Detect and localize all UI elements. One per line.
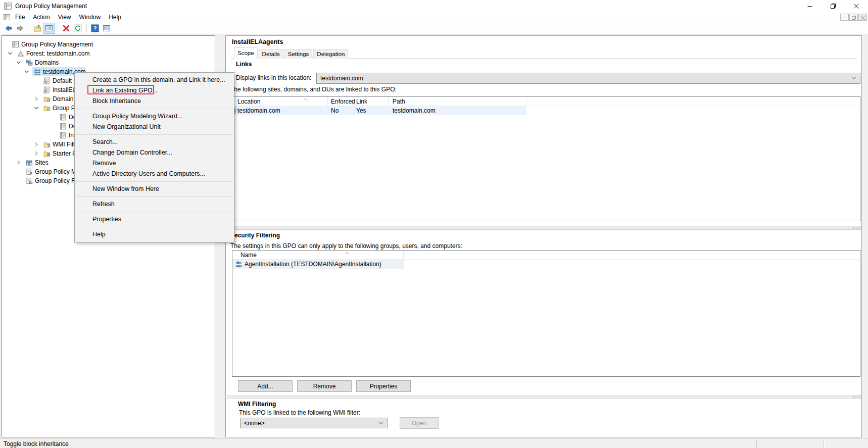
security-filtering-list: Name AgentInstallation (TESTDOMAIN\Agent… (232, 250, 860, 377)
tab-scope[interactable]: Scope (234, 47, 258, 59)
chevron-collapsed-icon[interactable] (34, 96, 39, 102)
menu-separator (75, 227, 233, 227)
domains-icon (26, 59, 33, 66)
tree-item[interactable]: Group Policy Management (2, 40, 215, 49)
cell-text: Yes (356, 107, 366, 114)
links-caption: The following sites, domains, and OUs ar… (230, 86, 397, 93)
chevron-down-icon (378, 422, 383, 425)
menu-separator (75, 181, 233, 182)
menubar-item-file[interactable]: File (11, 12, 29, 22)
restore-icon (831, 4, 836, 9)
context-menu-item[interactable]: Refresh (75, 199, 234, 210)
security-remove-button[interactable]: Remove (297, 380, 352, 392)
context-menu-item[interactable]: Link an Existing GPO... (75, 85, 234, 96)
context-menu-item[interactable]: Create a GPO in this domain, and Link it… (75, 75, 234, 85)
context-menu-item[interactable]: Properties (75, 214, 234, 225)
location-dropdown[interactable]: testdomain.com (316, 73, 860, 84)
links-heading: Links (236, 61, 252, 68)
forward-icon (16, 24, 24, 32)
gpo-folder-icon (43, 105, 51, 112)
table-row[interactable]: AgentInstallation (TESTDOMAIN\AgentInsta… (232, 260, 404, 269)
chevron-collapsed-icon[interactable] (34, 151, 39, 156)
chevron-expanded-icon[interactable] (24, 69, 29, 74)
back-icon (5, 24, 13, 32)
context-menu-item[interactable]: Help (75, 229, 234, 240)
toolbar-separator (29, 24, 29, 32)
security-add-button[interactable]: Add... (238, 380, 293, 392)
back-button[interactable] (3, 23, 14, 34)
context-menu-item[interactable]: Active Directory Users and Computers... (75, 169, 234, 179)
wmi-filter-dropdown[interactable]: <none> (240, 418, 388, 428)
context-menu-item[interactable]: New Window from Here (75, 184, 234, 194)
help-icon: ? (91, 24, 99, 32)
context-menu-item[interactable]: Remove (75, 158, 234, 169)
sort-ascending-icon (303, 98, 308, 101)
tab-delegation[interactable]: Delegation (313, 49, 348, 59)
child-close-icon (861, 16, 865, 20)
close-button[interactable] (845, 0, 868, 12)
chevron-expanded-icon[interactable] (34, 106, 39, 111)
wmi-open-button[interactable]: Open (400, 417, 439, 429)
console-tree-button[interactable] (43, 23, 55, 34)
child-close-button[interactable] (858, 14, 867, 21)
menu-separator (75, 196, 233, 197)
child-minimize-button[interactable] (840, 14, 849, 21)
tree-item[interactable]: Forest: testdomain.com (2, 49, 215, 58)
modeling-icon (26, 168, 33, 175)
security-properties-button[interactable]: Properties (356, 380, 411, 392)
links-security-splitter[interactable] (227, 226, 861, 230)
chevron-collapsed-icon[interactable] (34, 142, 39, 147)
export-icon (33, 24, 41, 32)
delete-button[interactable] (61, 23, 72, 34)
column-header-link-enabled[interactable]: Link Enabled (353, 97, 389, 106)
refresh-button[interactable] (72, 23, 83, 34)
toolbar-separator (86, 24, 87, 32)
help-button[interactable]: ? (89, 23, 101, 34)
annotation-highlight (87, 85, 154, 94)
menu-bar-items: FileActionViewWindowHelp (11, 12, 125, 22)
app-icon (4, 2, 12, 10)
column-header-path[interactable]: Path (389, 97, 526, 106)
table-row[interactable]: testdomain.comNoYestestdomain.com (232, 106, 526, 115)
child-restore-button[interactable] (849, 14, 858, 21)
gpo-link-icon (43, 86, 51, 93)
context-menu-item[interactable]: Block Inheritance (75, 96, 234, 107)
details-pane: InstallELAagents ScopeDetailsSettingsDel… (225, 35, 862, 437)
wmi-filter-value: <none> (244, 420, 265, 427)
security-list-header: Name (232, 251, 860, 260)
tab-details[interactable]: Details (259, 49, 283, 59)
chevron-collapsed-icon[interactable] (16, 160, 21, 165)
column-header-name[interactable]: Name (232, 251, 404, 259)
status-bar: Toggle block inheritance (0, 438, 868, 448)
gpo-icon (60, 123, 67, 130)
cell: No (328, 106, 353, 115)
tree-item-label: Forest: testdomain.com (26, 49, 89, 58)
context-menu-item[interactable]: Search... (75, 137, 234, 147)
restore-button[interactable] (822, 0, 845, 12)
tree-item[interactable]: Domains (2, 58, 215, 67)
context-menu-item[interactable]: Change Domain Controller... (75, 147, 234, 158)
action-pane-button[interactable] (101, 23, 112, 34)
menubar-item-view[interactable]: View (54, 12, 75, 22)
minimize-button[interactable] (798, 0, 822, 12)
tree-item-label: Sites (35, 158, 49, 167)
column-header-enforced[interactable]: Enforced (328, 97, 353, 106)
domain-icon (34, 68, 41, 75)
tab-settings[interactable]: Settings (284, 49, 313, 59)
chevron-expanded-icon[interactable] (8, 51, 13, 56)
menubar-item-window[interactable]: Window (75, 12, 105, 22)
column-header-location[interactable]: Location (232, 97, 328, 106)
cell: AgentInstallation (TESTDOMAIN\AgentInsta… (232, 260, 381, 269)
security-filtering-heading: Security Filtering (230, 232, 280, 239)
tab-strip: ScopeDetailsSettingsDelegation (234, 48, 349, 59)
forward-button[interactable] (15, 23, 26, 34)
context-menu-item[interactable]: Group Policy Modeling Wizard... (75, 111, 234, 122)
security-wmi-splitter[interactable] (227, 395, 861, 399)
menubar-item-help[interactable]: Help (105, 12, 125, 22)
context-menu-item[interactable]: New Organizational Unit (75, 122, 234, 132)
export-button[interactable] (32, 23, 43, 34)
chevron-expanded-icon[interactable] (16, 60, 21, 65)
menubar-item-action[interactable]: Action (29, 12, 54, 22)
action-pane-icon (103, 24, 111, 32)
context-menu: Create a GPO in this domain, and Link it… (74, 72, 234, 242)
